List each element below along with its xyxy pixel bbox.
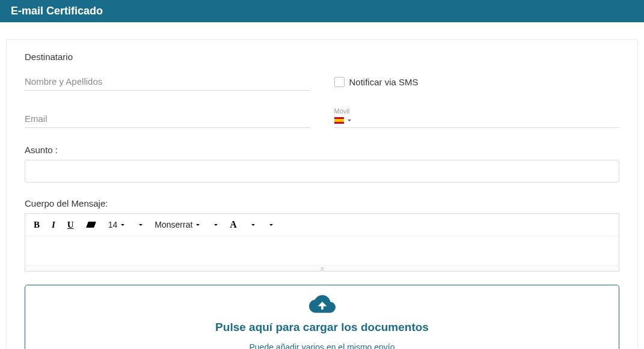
- font-color-more[interactable]: [245, 222, 259, 228]
- italic-button[interactable]: I: [48, 218, 59, 232]
- recipient-row-1: Notificar via SMS: [25, 70, 619, 97]
- mobile-label: Móvil: [334, 108, 620, 115]
- editor-resize-handle[interactable]: ≡: [25, 265, 619, 271]
- email-field-wrapper: [25, 108, 310, 128]
- chevron-down-icon: [214, 224, 218, 226]
- form-card: Destinatario Notificar via SMS Móvil: [6, 39, 638, 349]
- flag-icon: [334, 117, 344, 124]
- message-body-label: Cuerpo del Mensaje:: [25, 198, 619, 208]
- chevron-down-icon: [251, 224, 255, 226]
- editor-toolbar: B I U 14 Monserrat A: [25, 214, 619, 236]
- chevron-down-icon: [121, 224, 124, 226]
- font-family-more[interactable]: [208, 222, 221, 228]
- bold-button[interactable]: B: [30, 218, 43, 232]
- dropzone-subtitle: Puede añadir varios en el mismo envío: [31, 342, 613, 349]
- grip-icon: ≡: [320, 267, 324, 270]
- cloud-upload-icon: [31, 294, 613, 316]
- font-color-button[interactable]: A: [226, 217, 241, 232]
- notify-sms-checkbox[interactable]: [334, 77, 345, 87]
- page-root: E-mail Certificado Destinatario Notifica…: [0, 0, 644, 349]
- page-title-bar: E-mail Certificado: [0, 0, 644, 22]
- font-family-select[interactable]: Monserrat: [151, 218, 203, 231]
- chevron-down-icon: [139, 224, 143, 226]
- chevron-down-icon: [269, 224, 273, 226]
- eraser-button[interactable]: [82, 220, 100, 229]
- subject-input[interactable]: [25, 160, 619, 183]
- notify-sms-wrapper: Notificar via SMS: [334, 73, 620, 91]
- message-body-input[interactable]: [25, 236, 619, 265]
- chevron-down-icon: [196, 224, 200, 226]
- upload-dropzone[interactable]: Pulse aquí para cargar los documentos Pu…: [25, 285, 619, 349]
- font-size-more[interactable]: [133, 222, 146, 228]
- subject-label: Asunto :: [25, 145, 619, 155]
- chevron-down-icon: [348, 120, 351, 121]
- page-title: E-mail Certificado: [11, 5, 103, 17]
- mobile-field-wrapper: Móvil: [334, 108, 620, 128]
- font-color-extra[interactable]: [263, 222, 277, 228]
- name-input[interactable]: [25, 70, 310, 91]
- recipient-section-label: Destinatario: [25, 52, 619, 62]
- dropzone-title: Pulse aquí para cargar los documentos: [31, 321, 613, 334]
- recipient-row-2: Móvil: [25, 108, 619, 134]
- underline-button[interactable]: U: [64, 218, 78, 232]
- email-input[interactable]: [25, 108, 310, 128]
- eraser-icon: [86, 222, 96, 228]
- notify-sms-label[interactable]: Notificar via SMS: [349, 77, 419, 87]
- mobile-country-select[interactable]: [334, 115, 620, 128]
- font-size-select[interactable]: 14: [105, 218, 129, 231]
- name-field-wrapper: [25, 70, 310, 91]
- rich-text-editor: B I U 14 Monserrat A ≡: [25, 213, 619, 272]
